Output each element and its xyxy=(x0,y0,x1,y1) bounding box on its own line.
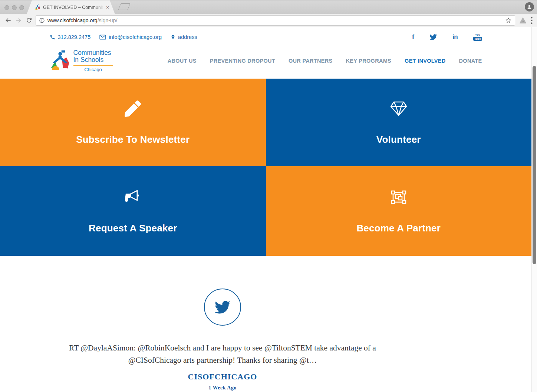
browser-toolbar: www.cisofchicago.org/sign-up/ xyxy=(0,14,537,27)
map-pin-icon xyxy=(171,34,175,40)
twitter-bird-icon xyxy=(215,301,230,314)
address-link[interactable]: address xyxy=(171,34,197,40)
phone-number: 312.829.2475 xyxy=(58,34,91,40)
megaphone-icon xyxy=(124,188,141,206)
reload-button[interactable] xyxy=(24,15,34,26)
url-host: www.cisofchicago.org xyxy=(47,17,98,23)
url-text: www.cisofchicago.org/sign-up/ xyxy=(47,17,117,23)
window-minimize-button[interactable] xyxy=(12,5,17,10)
brand-row: Communities In Schools Chicago ABOUT US … xyxy=(50,43,482,79)
logo-line-2: In Schools xyxy=(73,56,113,63)
phone-icon xyxy=(50,34,55,40)
tile-label: Request A Speaker xyxy=(89,223,177,234)
tab-close-icon[interactable]: × xyxy=(106,5,109,10)
window-controls xyxy=(4,5,24,10)
tweet-line-1: RT @DaylaASimon: @RobinKoelsch and I are… xyxy=(69,342,376,354)
url-path: /sign-up/ xyxy=(98,17,118,23)
site-logo[interactable]: Communities In Schools Chicago xyxy=(50,49,113,72)
tile-label: Become A Partner xyxy=(356,223,441,234)
nav-item-donate[interactable]: DONATE xyxy=(459,58,482,64)
logo-city: Chicago xyxy=(73,67,113,72)
tile-label: Subscribe To Newsletter xyxy=(76,134,190,145)
phone-link[interactable]: 312.829.2475 xyxy=(50,34,91,40)
tab-title: GET INVOLVED – Communities xyxy=(43,5,105,10)
tile-subscribe-newsletter[interactable]: Subscribe To Newsletter xyxy=(0,79,266,166)
window-close-button[interactable] xyxy=(4,5,9,10)
window-zoom-button[interactable] xyxy=(19,5,24,10)
back-button[interactable] xyxy=(3,15,13,26)
new-tab-button[interactable] xyxy=(118,3,130,10)
tile-request-speaker[interactable]: Request A Speaker xyxy=(0,166,266,256)
logo-mark-icon xyxy=(50,49,70,72)
artboard-icon xyxy=(390,188,407,206)
address-label: address xyxy=(178,34,197,40)
tweet-line-2: @CISofChicago arts partnership! Thanks f… xyxy=(69,354,376,366)
main-nav: ABOUT US PREVENTING DROPOUT OUR PARTNERS… xyxy=(168,58,482,64)
scrollbar-thumb[interactable] xyxy=(533,66,536,264)
email-link[interactable]: info@cisofchicago.org xyxy=(99,34,162,40)
page-scrollbar[interactable] xyxy=(531,27,537,392)
twitter-feed-section: RT @DaylaASimon: @RobinKoelsch and I are… xyxy=(0,256,445,391)
bookmark-star-icon[interactable] xyxy=(505,17,512,24)
site-favicon-icon xyxy=(35,4,40,10)
logo-rule xyxy=(73,65,113,66)
linkedin-icon[interactable]: in xyxy=(452,33,458,41)
browser-tab[interactable]: GET INVOLVED – Communities × xyxy=(27,0,115,14)
tile-become-partner[interactable]: Become A Partner xyxy=(266,166,532,256)
address-bar[interactable]: www.cisofchicago.org/sign-up/ xyxy=(36,15,515,26)
tweet-account-link[interactable]: CISOFCHICAGO xyxy=(188,372,257,382)
logo-text: Communities In Schools Chicago xyxy=(73,49,113,72)
nav-item-preventing-dropout[interactable]: PREVENTING DROPOUT xyxy=(210,58,275,64)
page-content: 312.829.2475 info@cisofchicago.org addre… xyxy=(0,27,537,392)
tweet-timestamp: 1 Week Ago xyxy=(208,385,237,391)
envelope-icon xyxy=(99,34,106,40)
nav-item-about-us[interactable]: ABOUT US xyxy=(168,58,197,64)
youtube-icon[interactable]: You Tube xyxy=(473,33,482,41)
email-address: info@cisofchicago.org xyxy=(109,34,162,40)
site-header: 312.829.2475 info@cisofchicago.org addre… xyxy=(50,32,482,79)
extension-icon[interactable] xyxy=(519,17,527,24)
menu-dots-icon[interactable] xyxy=(531,17,533,24)
gem-icon xyxy=(390,100,408,118)
nav-item-get-involved[interactable]: GET INVOLVED xyxy=(405,58,445,64)
youtube-top-text: You xyxy=(475,33,480,36)
browser-window: GET INVOLVED – Communities × www.cisofch… xyxy=(0,0,537,392)
toolbar-right xyxy=(518,17,534,24)
youtube-box-text: Tube xyxy=(473,37,482,41)
get-involved-tiles: Subscribe To Newsletter Volunteer xyxy=(0,79,531,256)
facebook-icon[interactable]: f xyxy=(412,33,414,41)
tile-volunteer[interactable]: Volunteer xyxy=(266,79,532,166)
tweet-text: RT @DaylaASimon: @RobinKoelsch and I are… xyxy=(69,342,376,366)
twitter-badge[interactable] xyxy=(204,289,241,326)
profile-avatar-icon[interactable] xyxy=(525,2,534,11)
nav-item-our-partners[interactable]: OUR PARTNERS xyxy=(289,58,333,64)
twitter-icon[interactable] xyxy=(430,34,437,40)
nav-item-key-programs[interactable]: KEY PROGRAMS xyxy=(346,58,391,64)
forward-button[interactable] xyxy=(13,15,24,26)
page-info-icon[interactable] xyxy=(39,17,45,23)
tab-strip: GET INVOLVED – Communities × xyxy=(0,0,537,14)
social-row: f in You Tube xyxy=(412,33,482,41)
logo-line-1: Communities xyxy=(73,49,113,56)
tile-label: Volunteer xyxy=(376,134,421,145)
contact-row: 312.829.2475 info@cisofchicago.org addre… xyxy=(50,32,482,42)
pencil-icon xyxy=(125,100,141,118)
